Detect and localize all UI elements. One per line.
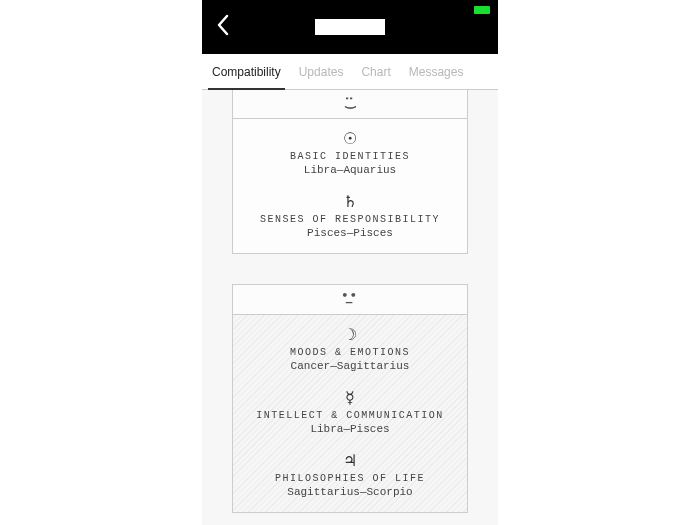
aspect-pair: Sagittarius—Scorpio (239, 486, 461, 498)
aspect-item: ☉ BASIC IDENTITIES Libra—Aquarius (239, 131, 461, 176)
neutral-face-icon: ••— (341, 293, 358, 306)
tab-messages[interactable]: Messages (407, 55, 466, 89)
status-indicator (474, 6, 490, 14)
aspect-item: ♃ PHILOSOPHIES OF LIFE Sagittarius—Scorp… (239, 453, 461, 498)
sun-icon: ☉ (239, 131, 461, 147)
card-face-happy: :) (233, 90, 467, 119)
moon-icon: ☽ (239, 327, 461, 343)
smile-icon: :) (343, 94, 357, 112)
saturn-icon: ♄ (239, 194, 461, 210)
tab-compatibility[interactable]: Compatibility (210, 55, 283, 89)
aspect-title: PHILOSOPHIES OF LIFE (239, 473, 461, 484)
card-face-neutral: ••— (233, 285, 467, 315)
aspect-title: SENSES OF RESPONSIBILITY (239, 214, 461, 225)
aspect-item: ☽ MOODS & EMOTIONS Cancer—Sagittarius (239, 327, 461, 372)
aspect-title: MOODS & EMOTIONS (239, 347, 461, 358)
tab-chart[interactable]: Chart (359, 55, 392, 89)
aspect-title: BASIC IDENTITIES (239, 151, 461, 162)
chevron-left-icon (216, 14, 230, 36)
compatibility-card-neutral[interactable]: ••— ☽ MOODS & EMOTIONS Cancer—Sagittariu… (232, 284, 468, 513)
tab-bar: Compatibility Updates Chart Messages (202, 54, 498, 90)
back-button[interactable] (212, 10, 234, 44)
content-scroll[interactable]: :) ☉ BASIC IDENTITIES Libra—Aquarius ♄ S… (202, 90, 498, 525)
aspect-item: ☿ INTELLECT & COMMUNICATION Libra—Pisces (239, 390, 461, 435)
aspect-pair: Cancer—Sagittarius (239, 360, 461, 372)
compatibility-card-positive[interactable]: :) ☉ BASIC IDENTITIES Libra—Aquarius ♄ S… (232, 90, 468, 254)
page-title-placeholder (315, 19, 385, 35)
card-body: ☉ BASIC IDENTITIES Libra—Aquarius ♄ SENS… (233, 119, 467, 253)
aspect-pair: Pisces—Pisces (239, 227, 461, 239)
tab-updates[interactable]: Updates (297, 55, 346, 89)
aspect-item: ♄ SENSES OF RESPONSIBILITY Pisces—Pisces (239, 194, 461, 239)
aspect-pair: Libra—Pisces (239, 423, 461, 435)
aspect-pair: Libra—Aquarius (239, 164, 461, 176)
app-frame: Compatibility Updates Chart Messages :) … (202, 0, 498, 525)
card-body: ☽ MOODS & EMOTIONS Cancer—Sagittarius ☿ … (233, 315, 467, 512)
top-bar (202, 0, 498, 54)
mercury-icon: ☿ (239, 390, 461, 406)
aspect-title: INTELLECT & COMMUNICATION (239, 410, 461, 421)
jupiter-icon: ♃ (239, 453, 461, 469)
